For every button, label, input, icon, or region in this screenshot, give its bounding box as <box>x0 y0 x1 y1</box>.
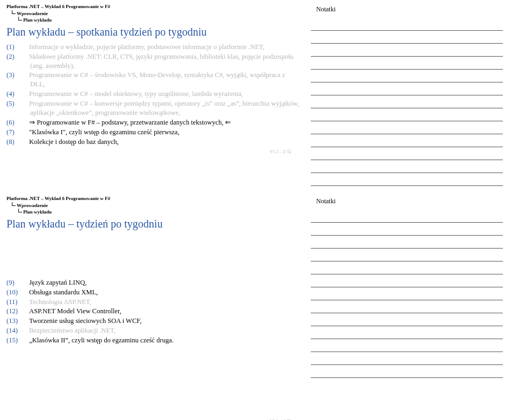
tree-icon <box>12 202 16 206</box>
note-line <box>311 108 503 121</box>
item-number: (13) <box>18 316 29 326</box>
list-item: (2) Składowe platformy .NET: CLR, CTS, j… <box>18 52 301 71</box>
note-line <box>311 82 503 95</box>
item-number: (9) <box>18 278 29 287</box>
item-text: Język zapytań LINQ, <box>29 279 87 286</box>
list-item: (14) Bezpieczeństwo aplikacji .NET, <box>18 326 301 335</box>
item-number: (6) <box>18 118 29 127</box>
notes-panel: Notatki <box>308 192 518 420</box>
item-number: (10) <box>18 288 29 297</box>
note-line <box>311 44 503 57</box>
item-text: Tworzenie usług sieciowych SOA i WCF, <box>29 317 141 325</box>
note-line <box>311 339 503 352</box>
note-line <box>311 352 503 365</box>
item-text: Programowanie w C# – środowisko VS, Mono… <box>29 71 285 88</box>
outline-list: (1) Informacje o wykładzie, pojęcie plat… <box>18 43 301 147</box>
note-line <box>311 261 503 274</box>
item-number: (12) <box>18 307 29 316</box>
item-text: Składowe platformy .NET: CLR, CTS, język… <box>29 53 294 70</box>
note-line <box>311 236 503 249</box>
breadcrumb: Platforma .NET – Wykład 6 Programowanie … <box>6 2 301 25</box>
note-line <box>311 210 503 223</box>
item-text: Obsługa standardu XML, <box>29 288 98 296</box>
item-number: (2) <box>18 52 29 61</box>
list-item: (9) Język zapytań LINQ, <box>18 278 301 287</box>
item-number: (1) <box>18 43 29 52</box>
crumb-l2: Plan wykładu <box>18 209 301 216</box>
list-item: (6) ⇒ Programowanie w F# – podstawy, prz… <box>18 118 301 127</box>
list-item: (12) ASP.NET Model View Controller, <box>18 307 301 316</box>
item-text: Informacje o wykładzie, pojęcie platform… <box>29 43 264 51</box>
content-area: Platforma .NET – Wykład 6 Programowanie … <box>0 192 308 420</box>
note-line <box>311 134 503 147</box>
note-line <box>311 173 503 186</box>
content-area: Platforma .NET – Wykład 6 Programowanie … <box>0 0 308 191</box>
item-text: Technologia ASP.NET, <box>29 298 91 306</box>
list-item: (10) Obsługa standardu XML, <box>18 288 301 297</box>
list-item: (5) Programowanie w C# – konwersje pomię… <box>18 99 301 118</box>
list-item: (8) Kolekcje i dostęp do baz danych, <box>18 137 301 147</box>
spacer <box>6 235 301 278</box>
item-number: (8) <box>18 137 29 147</box>
list-item: (1) Informacje o wykładzie, pojęcie plat… <box>18 43 301 52</box>
note-line <box>311 147 503 160</box>
note-line <box>311 223 503 236</box>
crumb-l0: Platforma .NET – Wykład 6 Programowanie … <box>6 195 301 202</box>
item-text: „Klasówka II”, czyli wstęp do egzaminu c… <box>29 336 174 344</box>
item-number: (4) <box>18 89 29 99</box>
item-number: (14) <box>18 326 29 335</box>
item-text: Bezpieczeństwo aplikacji .NET, <box>29 327 115 334</box>
note-line <box>311 249 503 261</box>
slide-bottom: Platforma .NET – Wykład 6 Programowanie … <box>0 192 518 420</box>
crumb-l2: Plan wykładu <box>18 17 301 24</box>
outline-list: (9) Język zapytań LINQ,(10) Obsługa stan… <box>18 278 301 345</box>
note-line <box>311 326 503 339</box>
page-title: Plan wykładu – tydzień po tygodniu <box>6 218 301 230</box>
note-line <box>311 365 503 378</box>
note-line <box>311 313 503 326</box>
list-item: (7) "Klasówka I", czyli wstęp do egzamin… <box>18 128 301 137</box>
page-title: Plan wykładu – spotkania tydzień po tygo… <box>6 26 301 38</box>
spacer <box>6 346 301 416</box>
note-line <box>311 287 503 300</box>
item-number: (7) <box>18 128 29 137</box>
note-line <box>311 121 503 134</box>
item-number: (3) <box>18 71 29 80</box>
note-line <box>311 95 503 108</box>
item-text: ⇒ Programowanie w F# – podstawy, przetwa… <box>29 119 231 126</box>
note-line <box>311 300 503 313</box>
item-text: Kolekcje i dostęp do baz danych, <box>29 138 119 146</box>
note-line <box>311 70 503 82</box>
item-number: (5) <box>18 99 29 108</box>
list-item: (3) Programowanie w C# – środowisko VS, … <box>18 71 301 89</box>
tree-icon <box>18 209 22 212</box>
item-text: "Klasówka I", czyli wstęp do egzaminu cz… <box>29 128 180 136</box>
list-item: (4) Programowanie w C# – model obiektowy… <box>18 89 301 99</box>
crumb-l1: Wprowadzenie <box>12 202 301 209</box>
item-text: ASP.NET Model View Controller, <box>29 307 121 315</box>
note-line <box>311 160 503 173</box>
note-line <box>311 31 503 44</box>
notes-label: Notatki <box>316 5 503 13</box>
item-text: Programowanie w C# – konwersje pomiędzy … <box>29 100 299 116</box>
breadcrumb: Platforma .NET – Wykład 6 Programowanie … <box>6 194 301 217</box>
slide-number: V1.1 – 3/ 52 <box>6 149 301 154</box>
tree-icon <box>18 17 22 20</box>
tree-icon <box>12 10 16 14</box>
crumb-l1: Wprowadzenie <box>12 10 301 17</box>
item-number: (11) <box>18 298 29 307</box>
crumb-l0: Platforma .NET – Wykład 6 Programowanie … <box>6 3 301 10</box>
note-line <box>311 18 503 31</box>
note-line <box>311 57 503 70</box>
notes-panel: Notatki <box>308 0 518 191</box>
item-text: Programowanie w C# – model obiektowy, ty… <box>29 90 243 98</box>
list-item: (13) Tworzenie usług sieciowych SOA i WC… <box>18 316 301 326</box>
slide-top: Platforma .NET – Wykład 6 Programowanie … <box>0 0 518 192</box>
note-line <box>311 274 503 287</box>
list-item: (11) Technologia ASP.NET, <box>18 298 301 307</box>
item-number: (15) <box>18 336 29 345</box>
notes-label: Notatki <box>316 197 503 205</box>
list-item: (15) „Klasówka II”, czyli wstęp do egzam… <box>18 336 301 345</box>
